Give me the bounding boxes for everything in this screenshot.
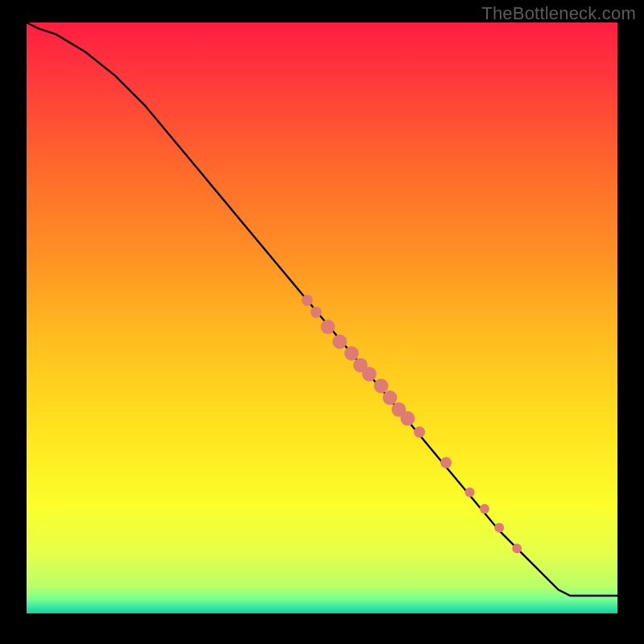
data-point xyxy=(440,457,452,469)
data-point xyxy=(345,346,359,361)
data-point xyxy=(382,390,397,405)
data-point xyxy=(465,488,475,497)
data-point xyxy=(374,378,388,393)
data-point xyxy=(512,543,522,553)
data-point xyxy=(302,295,313,306)
data-point xyxy=(311,307,322,318)
data-point xyxy=(332,334,347,349)
data-point xyxy=(494,523,504,533)
data-point xyxy=(362,367,377,382)
watermark-text: TheBottleneck.com xyxy=(481,3,636,24)
bottleneck-chart xyxy=(0,0,644,644)
chart-stage: TheBottleneck.com xyxy=(0,0,644,644)
data-point xyxy=(480,504,489,514)
data-point xyxy=(414,427,425,438)
data-point xyxy=(320,320,335,334)
data-point xyxy=(400,411,415,426)
